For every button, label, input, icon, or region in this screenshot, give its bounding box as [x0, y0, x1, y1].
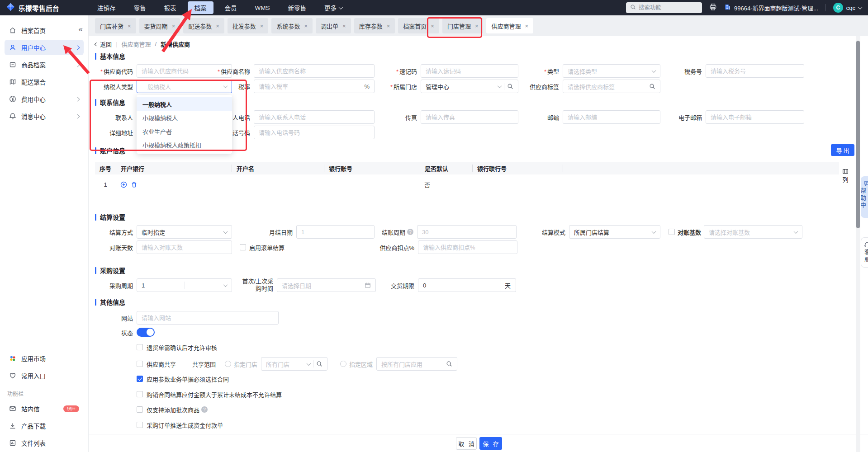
help-center-tab[interactable]: 帮助中心: [861, 176, 868, 218]
dropdown-option-selected[interactable]: 一般纳税人: [137, 97, 232, 111]
nav-wms[interactable]: WMS: [248, 3, 277, 13]
sidebar-item-expense-center[interactable]: 费用中心: [5, 91, 84, 107]
month-settle-day-input[interactable]: [296, 225, 375, 239]
delivery-deadline-input[interactable]: [418, 278, 501, 292]
settle-cycle-input[interactable]: [417, 225, 517, 239]
search-icon[interactable]: [316, 361, 323, 367]
tab-item[interactable]: 批发参数×: [228, 18, 269, 33]
fax-input[interactable]: [421, 110, 518, 124]
email-input[interactable]: [706, 110, 804, 124]
search-input[interactable]: [639, 5, 688, 11]
export-button[interactable]: 导出: [831, 144, 854, 156]
sidebar-item-product-archive[interactable]: 商品档案: [5, 57, 84, 72]
tab-item[interactable]: 门店管理×: [442, 18, 484, 33]
tab-close-icon[interactable]: ×: [475, 23, 479, 29]
tab-close-icon[interactable]: ×: [431, 23, 434, 29]
sidebar-item-file-list[interactable]: 文件列表: [5, 435, 84, 451]
tab-item[interactable]: 档案首页×: [398, 18, 439, 33]
supplier-name-input[interactable]: [254, 64, 375, 78]
settle-mode-select[interactable]: 所属门店结算: [569, 225, 660, 239]
contact-phone-input[interactable]: [254, 110, 375, 124]
column-settings-tool[interactable]: 列: [842, 168, 849, 184]
nav-purchase-sale-stock[interactable]: 进销存: [90, 1, 123, 14]
nav-archives[interactable]: 档案: [188, 1, 213, 14]
tab-item-active-supplier-management[interactable]: 供应商管理×: [486, 18, 533, 33]
search-icon[interactable]: [507, 83, 513, 89]
tax-no-input[interactable]: [706, 64, 804, 78]
zip-input[interactable]: [563, 110, 660, 124]
checkbox[interactable]: [137, 391, 143, 397]
sidebar-item-app-market[interactable]: 应用市场: [5, 351, 84, 366]
sidebar-item-delivery-aggregation[interactable]: 配送聚合: [5, 74, 84, 89]
tab-item[interactable]: 门店补货×: [95, 18, 136, 33]
checkbox-checked[interactable]: [137, 376, 143, 382]
supplier-deduction-input[interactable]: [418, 240, 517, 254]
company-switcher[interactable]: 99664-新界面商超版测试-管理...: [724, 4, 818, 12]
sidebar-item-favorites[interactable]: 常用入口: [5, 368, 84, 383]
sidebar-item-user-center[interactable]: 用户中心: [5, 40, 84, 55]
nav-more[interactable]: 更多: [318, 1, 349, 14]
nav-members[interactable]: 会员: [218, 1, 244, 14]
first-purchase-date-input[interactable]: 请选择日期: [277, 278, 376, 292]
save-button[interactable]: 保 存: [479, 437, 502, 450]
cancel-button[interactable]: 取 消: [456, 437, 477, 450]
region-radio[interactable]: [340, 361, 346, 367]
sidebar-item-archive-home[interactable]: 档案首页: [5, 23, 68, 38]
search-icon[interactable]: [649, 83, 655, 89]
tab-close-icon[interactable]: ×: [342, 23, 346, 29]
share-store-select[interactable]: 所有门店: [261, 357, 327, 371]
checkbox[interactable]: [137, 361, 143, 367]
checkbox[interactable]: [137, 422, 143, 428]
mnemonic-input[interactable]: [421, 64, 518, 78]
reconcile-days-input[interactable]: [137, 240, 232, 254]
app-logo[interactable]: 乐檬零售后台: [6, 3, 90, 13]
scrollbar-thumb[interactable]: [856, 41, 860, 228]
reconcile-base-select[interactable]: 请选择对账基数: [704, 225, 802, 239]
checkbox[interactable]: [137, 406, 143, 413]
printer-icon[interactable]: [709, 3, 717, 12]
store-select[interactable]: 管理中心: [421, 80, 518, 93]
tab-item[interactable]: 系统参数×: [271, 18, 313, 33]
phone-number-input[interactable]: [254, 126, 375, 139]
nav-reports[interactable]: 报表: [157, 1, 183, 14]
breadcrumb-parent[interactable]: 供应商管理: [121, 40, 151, 48]
tab-close-icon[interactable]: ×: [304, 23, 308, 29]
tab-item[interactable]: 要货周期×: [139, 18, 180, 33]
website-input[interactable]: [137, 311, 279, 325]
back-button[interactable]: 返回: [95, 40, 112, 48]
global-search[interactable]: [626, 2, 702, 13]
tax-rate-input[interactable]: %: [254, 80, 375, 93]
dropdown-option[interactable]: 农业生产者: [137, 124, 232, 138]
tab-close-icon[interactable]: ×: [525, 23, 529, 29]
share-region-input[interactable]: 按所有门店应用: [376, 357, 457, 371]
supplier-tags-select[interactable]: 请选择供应商标签: [563, 80, 660, 93]
checkbox[interactable]: [137, 344, 143, 350]
sidebar-item-product-download[interactable]: 产品下载: [5, 418, 84, 433]
nav-retail[interactable]: 零售: [127, 1, 153, 14]
tab-close-icon[interactable]: ×: [387, 23, 390, 29]
tab-item[interactable]: 调出单×: [316, 18, 351, 33]
tab-close-icon[interactable]: ×: [216, 23, 219, 29]
tab-item[interactable]: 库存参数×: [354, 18, 395, 33]
sidebar-collapse-icon[interactable]: «: [79, 25, 83, 33]
store-radio[interactable]: [225, 361, 231, 367]
add-row-icon[interactable]: [120, 181, 127, 188]
rolling-settle-checkbox[interactable]: [240, 244, 246, 250]
tab-item[interactable]: 配送参数×: [183, 18, 224, 33]
user-menu[interactable]: C cqc: [833, 3, 862, 13]
tab-close-icon[interactable]: ×: [260, 23, 264, 29]
search-icon[interactable]: [446, 361, 452, 367]
nav-new-retail[interactable]: 新零售: [281, 1, 313, 14]
scrollbar-track[interactable]: [856, 36, 860, 452]
sidebar-item-inbox[interactable]: 站内信 99+: [5, 401, 84, 416]
reconcile-base-checkbox[interactable]: [669, 229, 675, 235]
customer-service-tab[interactable]: 客服: [861, 237, 868, 268]
settle-method-select[interactable]: 临时指定: [137, 225, 232, 239]
sidebar-item-message-center[interactable]: 消息中心: [5, 108, 84, 124]
purchase-cycle-combo[interactable]: 1: [137, 278, 232, 292]
dropdown-option[interactable]: 小规模纳税人: [137, 111, 232, 124]
status-toggle[interactable]: [137, 328, 155, 337]
tab-close-icon[interactable]: ×: [128, 23, 131, 29]
tab-close-icon[interactable]: ×: [172, 23, 175, 29]
delete-row-icon[interactable]: [131, 181, 138, 188]
